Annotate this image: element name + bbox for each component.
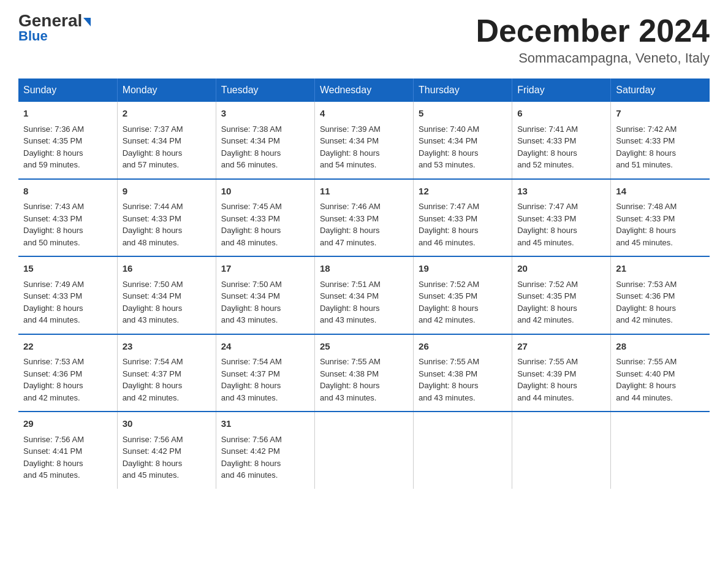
sunrise-text: Sunrise: 7:56 AM [23,435,84,444]
calendar-cell: 16Sunrise: 7:50 AMSunset: 4:34 PMDayligh… [117,256,216,334]
sunset-text: Sunset: 4:35 PM [419,291,477,301]
title-block: December 2024 Sommacampagna, Veneto, Ita… [476,12,710,66]
sunset-text: Sunset: 4:33 PM [123,214,181,223]
sunrise-text: Sunrise: 7:39 AM [320,124,381,134]
sunset-text: Sunset: 4:33 PM [616,136,675,145]
daylight-minutes: and 42 minutes. [419,315,476,324]
day-number: 15 [23,262,112,276]
location: Sommacampagna, Veneto, Italy [476,50,710,66]
calendar-cell: 14Sunrise: 7:48 AMSunset: 4:33 PMDayligh… [611,179,710,257]
sunset-text: Sunset: 4:33 PM [517,214,576,223]
day-number: 27 [517,340,605,354]
calendar-cell: 28Sunrise: 7:55 AMSunset: 4:40 PMDayligh… [611,334,710,412]
sunrise-text: Sunrise: 7:54 AM [221,357,282,366]
daylight-text: Daylight: 8 hours [23,226,83,235]
col-wednesday: Wednesday [314,79,413,102]
calendar-cell: 20Sunrise: 7:52 AMSunset: 4:35 PMDayligh… [512,256,611,334]
logo: General Blue [18,12,91,44]
day-number: 18 [320,262,408,276]
sunrise-text: Sunrise: 7:52 AM [419,280,479,289]
sunset-text: Sunset: 4:33 PM [419,214,477,223]
daylight-text: Daylight: 8 hours [517,304,577,313]
daylight-text: Daylight: 8 hours [419,304,479,313]
daylight-minutes: and 43 minutes. [221,315,278,324]
daylight-minutes: and 56 minutes. [221,160,278,169]
daylight-minutes: and 43 minutes. [221,393,278,402]
sunrise-text: Sunrise: 7:53 AM [23,357,84,366]
day-number: 22 [23,340,112,354]
calendar-cell: 17Sunrise: 7:50 AMSunset: 4:34 PMDayligh… [216,256,314,334]
logo-arrow-icon [83,18,91,26]
daylight-minutes: and 54 minutes. [320,160,377,169]
sunrise-text: Sunrise: 7:53 AM [616,280,677,289]
daylight-text: Daylight: 8 hours [123,226,183,235]
day-number: 25 [320,340,408,354]
daylight-text: Daylight: 8 hours [320,304,380,313]
day-number: 13 [517,185,605,199]
calendar-cell: 7Sunrise: 7:42 AMSunset: 4:33 PMDaylight… [611,102,710,179]
daylight-minutes: and 46 minutes. [221,470,278,480]
sunrise-text: Sunrise: 7:55 AM [320,357,381,366]
daylight-minutes: and 59 minutes. [23,160,80,169]
day-number: 5 [419,107,507,121]
col-friday: Friday [512,79,611,102]
day-number: 26 [419,340,507,354]
sunset-text: Sunset: 4:37 PM [221,369,280,378]
daylight-minutes: and 53 minutes. [419,160,476,169]
page-header: General Blue December 2024 Sommacampagna… [18,12,710,66]
sunset-text: Sunset: 4:42 PM [123,446,181,456]
day-number: 12 [419,185,507,199]
calendar-cell: 1Sunrise: 7:36 AMSunset: 4:35 PMDaylight… [18,102,117,179]
sunrise-text: Sunrise: 7:38 AM [221,124,282,134]
sunset-text: Sunset: 4:41 PM [23,446,82,456]
day-number: 8 [23,185,112,199]
sunrise-text: Sunrise: 7:56 AM [123,435,183,444]
month-title: December 2024 [476,12,710,49]
calendar-week-4: 22Sunrise: 7:53 AMSunset: 4:36 PMDayligh… [18,334,710,412]
sunrise-text: Sunrise: 7:42 AM [616,124,677,134]
sunset-text: Sunset: 4:35 PM [517,291,576,301]
sunrise-text: Sunrise: 7:37 AM [123,124,183,134]
day-number: 7 [616,107,705,121]
day-number: 2 [123,107,211,121]
day-number: 9 [123,185,211,199]
calendar-header: Sunday Monday Tuesday Wednesday Thursday… [18,79,710,102]
calendar-cell: 5Sunrise: 7:40 AMSunset: 4:34 PMDaylight… [414,102,512,179]
daylight-text: Daylight: 8 hours [221,381,281,390]
sunrise-text: Sunrise: 7:49 AM [23,280,84,289]
sunset-text: Sunset: 4:33 PM [23,291,82,301]
daylight-text: Daylight: 8 hours [517,226,577,235]
sunrise-text: Sunrise: 7:44 AM [123,202,183,211]
calendar-cell: 12Sunrise: 7:47 AMSunset: 4:33 PMDayligh… [414,179,512,257]
calendar-cell: 22Sunrise: 7:53 AMSunset: 4:36 PMDayligh… [18,334,117,412]
day-number: 14 [616,185,705,199]
daylight-text: Daylight: 8 hours [123,381,183,390]
daylight-minutes: and 47 minutes. [320,238,377,247]
daylight-text: Daylight: 8 hours [320,148,380,158]
calendar-cell: 29Sunrise: 7:56 AMSunset: 4:41 PMDayligh… [18,412,117,489]
daylight-minutes: and 42 minutes. [517,315,574,324]
calendar-cell: 11Sunrise: 7:46 AMSunset: 4:33 PMDayligh… [314,179,413,257]
daylight-text: Daylight: 8 hours [123,459,183,468]
calendar-cell: 3Sunrise: 7:38 AMSunset: 4:34 PMDaylight… [216,102,314,179]
day-number: 24 [221,340,309,354]
sunset-text: Sunset: 4:34 PM [221,291,280,301]
daylight-minutes: and 48 minutes. [123,238,180,247]
day-number: 6 [517,107,605,121]
calendar-cell: 23Sunrise: 7:54 AMSunset: 4:37 PMDayligh… [117,334,216,412]
daylight-text: Daylight: 8 hours [23,148,83,158]
sunset-text: Sunset: 4:33 PM [320,214,379,223]
daylight-text: Daylight: 8 hours [23,381,83,390]
sunset-text: Sunset: 4:38 PM [419,369,477,378]
sunrise-text: Sunrise: 7:48 AM [616,202,677,211]
logo-general: General [18,11,82,30]
calendar-cell: 25Sunrise: 7:55 AMSunset: 4:38 PMDayligh… [314,334,413,412]
daylight-minutes: and 42 minutes. [616,315,673,324]
sunrise-text: Sunrise: 7:41 AM [517,124,578,134]
sunset-text: Sunset: 4:34 PM [123,136,181,145]
calendar-cell: 6Sunrise: 7:41 AMSunset: 4:33 PMDaylight… [512,102,611,179]
sunrise-text: Sunrise: 7:47 AM [517,202,578,211]
daylight-minutes: and 57 minutes. [123,160,180,169]
daylight-minutes: and 43 minutes. [123,315,180,324]
sunrise-text: Sunrise: 7:36 AM [23,124,84,134]
